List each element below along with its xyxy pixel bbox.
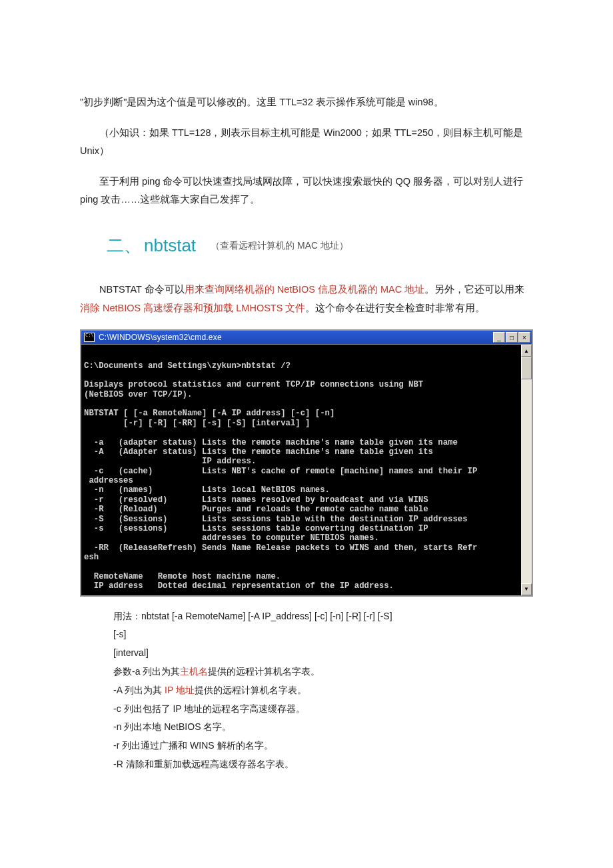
highlighted-text: 用来查询网络机器的 NetBIOS 信息及机器的 MAC 地址 [185,284,425,295]
heading-subtitle: （查看远程计算机的 MAC 地址） [211,240,348,251]
text: 提供的远程计算机名字表。 [208,666,320,677]
usage-line: [-s] [113,627,533,643]
text: -A 列出为其 [113,685,165,695]
text: NBTSTAT 命令可以 [99,284,185,295]
usage-line: -r 列出通过广播和 WINS 解析的名字。 [113,738,533,754]
text: 提供的远程计算机名字表。 [195,685,306,695]
usage-block: 用法：nbtstat [-a RemoteName] [-A IP_addres… [113,609,533,773]
terminal-scrollbar[interactable]: ▲ ▼ [521,345,532,595]
terminal-output[interactable]: C:\Documents and Settings\zykun>nbtstat … [81,345,521,595]
usage-line: 用法：nbtstat [-a RemoteName] [-A IP_addres… [113,609,533,625]
usage-line: -A 列出为其 IP 地址提供的远程计算机名字表。 [113,683,533,699]
terminal-window: C:\WINDOWS\system32\cmd.exe _ □ × C:\Doc… [80,329,533,596]
heading-command: nbtstat [144,235,196,255]
text: 。另外，它还可以用来 [424,284,524,295]
scroll-up-button[interactable]: ▲ [521,345,532,357]
usage-line: -n 列出本地 NetBIOS 名字。 [113,719,533,735]
scroll-down-button[interactable]: ▼ [521,583,532,595]
section-heading: 二、 nbtstat （查看远程计算机的 MAC 地址） [107,229,533,262]
usage-line: [interval] [113,645,533,661]
highlighted-text: 主机名 [180,666,208,677]
text: 参数-a 列出为其 [113,666,180,677]
heading-number: 二、 [107,235,141,255]
highlighted-text: IP 地址 [165,685,195,695]
terminal-titlebar[interactable]: C:\WINDOWS\system32\cmd.exe _ □ × [81,331,532,345]
paragraph-3: 至于利用 ping 命令可以快速查找局域网故障，可以快速搜索最快的 QQ 服务器… [80,173,533,209]
minimize-button[interactable]: _ [493,332,505,343]
paragraph-2: （小知识：如果 TTL=128，则表示目标主机可能是 Win2000；如果 TT… [80,124,533,161]
scroll-track[interactable] [521,357,532,583]
paragraph-1: "初步判断"是因为这个值是可以修改的。这里 TTL=32 表示操作系统可能是 w… [80,93,533,112]
usage-line: -c 列出包括了 IP 地址的远程名字高速缓存器。 [113,701,533,717]
cmd-icon [84,333,95,342]
terminal-body-wrap: C:\Documents and Settings\zykun>nbtstat … [81,345,532,595]
close-button[interactable]: × [518,332,530,343]
document-page: "初步判断"是因为这个值是可以修改的。这里 TTL=32 表示操作系统可能是 w… [0,0,613,829]
terminal-title-text: C:\WINDOWS\system32\cmd.exe [99,330,492,345]
highlighted-text: 消除 NetBIOS 高速缓存器和预加载 LMHOSTS 文件 [80,303,305,313]
usage-line: -R 清除和重新加载远程高速缓存器名字表。 [113,757,533,773]
scroll-thumb[interactable] [521,357,532,379]
paragraph-4: NBTSTAT 命令可以用来查询网络机器的 NetBIOS 信息及机器的 MAC… [80,281,533,317]
text: 。这个命令在进行安全检查时非常有用。 [305,303,485,313]
maximize-button[interactable]: □ [506,332,518,343]
usage-line: 参数-a 列出为其主机名提供的远程计算机名字表。 [113,664,533,680]
